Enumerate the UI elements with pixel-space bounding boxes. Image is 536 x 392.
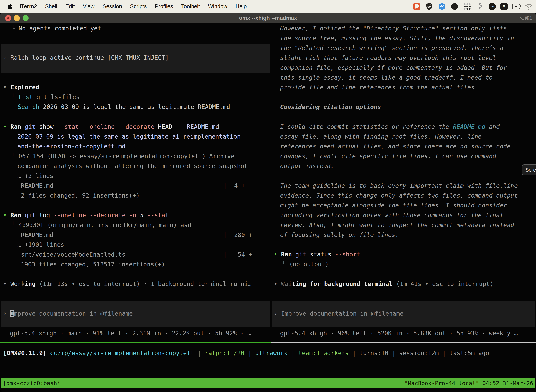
battery-icon[interactable]	[512, 2, 520, 10]
terminal-line: this single essay, it seems like a good …	[280, 73, 493, 82]
terminal-line: [OMX#0.11.9] cczip/essay/ai-reimplementa…	[3, 349, 489, 357]
terminal-line: I could cite commit statistics or refere…	[280, 122, 500, 131]
shield-grid-icon[interactable]	[425, 2, 433, 10]
terminal-line: └ (no output)	[282, 260, 329, 268]
terminal-line: 2 files changed, 92 insertions(+)	[21, 191, 140, 200]
terminal-line: slight risk that future readers may over…	[280, 54, 496, 62]
terminal-line: the "Related research writing" section i…	[280, 44, 503, 52]
menu-item-window[interactable]: Window	[204, 3, 231, 10]
keyboard-layout-icon[interactable]: A	[500, 3, 507, 10]
terminal-line: output instead.	[280, 162, 334, 170]
dots-grid-icon[interactable]	[463, 2, 471, 10]
terminal-line: › Ralph loop active continue [OMX_TMUX_I…	[3, 53, 169, 62]
terminal-line: • Ran git log --oneline --decorate -n 5 …	[3, 211, 169, 219]
terminal-line: including verification notes with those …	[280, 211, 503, 219]
terminal-line: └ 067f154 (HEAD -> essay/ai-reimplementa…	[11, 152, 234, 160]
window-title: omx --xhigh --madmax	[0, 13, 536, 23]
iterm2-window: omx --xhigh --madmax ⌥⌘1 └ No agents com…	[0, 13, 536, 392]
terminal-line: review. Also, I might want to inspect th…	[280, 221, 514, 229]
terminal-pane-left[interactable]: └ No agents completed yet› Ralph loop ac…	[0, 23, 271, 342]
tmux-host-clock: "MacBook-Pro-44.local" 04:52 31-Mar-26	[404, 380, 533, 387]
terminal-line: Considering citation options	[280, 103, 381, 111]
terminal-line: README.md| 280 +	[21, 231, 53, 239]
menu-items: iTerm2ShellEditViewSessionScriptsProfile…	[15, 3, 251, 10]
omx-status-line: [OMX#0.11.9] cczip/essay/ai-reimplementa…	[3, 349, 532, 359]
terminal-line: └ 4b9d30f (origin/main, instructkr/main,…	[11, 221, 195, 229]
terminal-line: gpt-5.4 xhigh · 96% left · 520K in · 5.8…	[280, 329, 518, 337]
pane-divider-vertical[interactable]	[271, 23, 271, 343]
squiggle-icon[interactable]	[476, 2, 484, 10]
menu-item-toolbelt[interactable]: Toolbelt	[177, 3, 204, 10]
menu-item-view[interactable]: View	[79, 3, 99, 10]
window-title-bar[interactable]: omx --xhigh --madmax ⌥⌘1	[0, 13, 536, 23]
terminal-line: 2026-03-09-is-legal-the-same-as-legitima…	[17, 132, 244, 141]
terminal-line: • Waiting for background terminal (1m 41…	[274, 280, 493, 288]
screen: { "menu_bar": { "items": ["iTerm2", "She…	[0, 0, 536, 392]
terminal-line: • Ran git show --stat --oneline --decora…	[3, 122, 219, 131]
chat-app-icon[interactable]	[412, 2, 421, 10]
pane-border-bottom-right	[271, 342, 536, 343]
terminal-line: references need actual files, and since …	[280, 142, 511, 150]
terminal-line: and-the-erosion-of-copyleft.md	[17, 142, 125, 150]
terminal-line: gpt-5.4 xhigh · main · 91% left · 2.31M …	[10, 329, 251, 337]
terminal-line: provide file and line references from th…	[280, 83, 478, 92]
screen-tooltip-overlay[interactable]: Scre	[522, 164, 536, 175]
percent-badge-icon[interactable]: ..61	[488, 3, 496, 10]
terminal-pane-right[interactable]: However, I noticed the "Directory Struct…	[271, 23, 536, 342]
terminal-line: … +1901 lines	[17, 240, 64, 249]
terminal-line: … +2 lines	[17, 172, 53, 180]
terminal-line: Search 2026-03-09-is-legal-the-same-as-l…	[18, 103, 230, 111]
macos-menu-bar: iTerm2ShellEditViewSessionScriptsProfile…	[0, 0, 536, 13]
window-shortcut-badge: ⌥⌘1	[518, 13, 532, 23]
terminal-line: › Improve documentation in @filename	[3, 309, 133, 318]
terminal-line: └ List git ls-files	[11, 93, 80, 101]
menu-item-help[interactable]: Help	[231, 3, 251, 10]
terminal-line: src/voice/voiceModeEnabled.ts| 54 +	[21, 250, 125, 259]
terminal-line: The team guideline is to back every impo…	[280, 182, 518, 190]
terminal-line: might be acceptable alongside the file l…	[280, 201, 507, 210]
terminal-line: 1903 files changed, 513517 insertions(+)	[21, 260, 165, 269]
terminal-line: • Ran git status --short	[274, 250, 360, 258]
terminal-line: companion file, especially if more comme…	[280, 63, 507, 72]
terminal-line: of focusing solely on file lines.	[280, 231, 399, 239]
menu-item-profiles[interactable]: Profiles	[151, 3, 177, 10]
terminal-line: companion analysis without altering the …	[17, 162, 248, 170]
menubar-status-icons: ..61 A	[412, 2, 533, 10]
terminal-line: README.md| 4 +	[21, 182, 53, 190]
dark-crescent-icon[interactable]	[450, 2, 459, 10]
menu-item-iterm2[interactable]: iTerm2	[15, 3, 41, 10]
menu-item-scripts[interactable]: Scripts	[126, 3, 151, 10]
terminal-line: • Working (11m 13s • esc to interrupt) ·…	[3, 280, 251, 288]
menu-item-edit[interactable]: Edit	[61, 3, 79, 10]
menu-item-session[interactable]: Session	[98, 3, 126, 10]
pane-border-bottom-left	[0, 342, 271, 343]
terminal-line: essay file, along with finding root file…	[280, 132, 482, 141]
tmux-status-bar: [omx-cczip0:bash* "MacBook-Pro-44.local"…	[1, 378, 535, 388]
apple-menu-icon[interactable]	[8, 4, 13, 9]
terminal-line: └ No agents completed yet	[11, 24, 101, 33]
terminal-line: changes, I can't cite specific file line…	[280, 152, 496, 160]
terminal-line: • Explored	[3, 83, 39, 91]
terminal-line: evidence. Since this change only affects…	[280, 191, 518, 200]
blue-badge-icon[interactable]	[438, 2, 446, 10]
menu-item-shell[interactable]: Shell	[41, 3, 61, 10]
wifi-icon[interactable]	[525, 2, 533, 10]
tmux-session-label: [omx-cczip0:bash*	[3, 380, 61, 387]
terminal-line: the source tree, missing the essay. Stil…	[280, 34, 514, 42]
terminal-line: However, I noticed the "Directory Struct…	[280, 24, 507, 33]
terminal-line: › Improve documentation in @filename	[274, 309, 403, 318]
